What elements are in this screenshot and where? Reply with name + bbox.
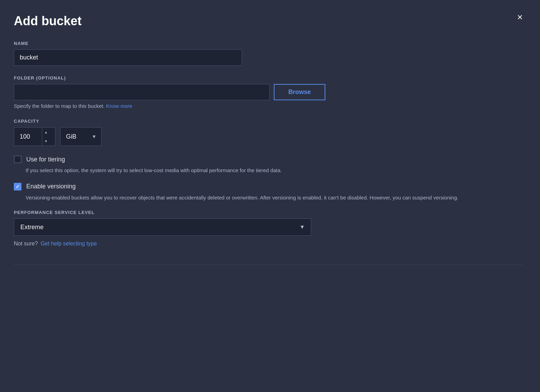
bottom-divider: [14, 264, 523, 264]
versioning-checkbox-row: Enable versioning: [14, 183, 523, 190]
name-label: NAME: [14, 41, 523, 46]
tiering-checkbox-group: Use for tiering If you select this optio…: [14, 156, 523, 175]
dialog-title: Add bucket: [14, 14, 523, 28]
name-input[interactable]: [14, 49, 242, 66]
spinner-buttons: ▲ ▼: [42, 128, 50, 146]
spinner-down-button[interactable]: ▼: [42, 137, 50, 146]
unit-select-wrapper[interactable]: GiB TiB MiB ▼: [60, 127, 102, 146]
folder-field-group: FOLDER (OPTIONAL) Browse Specify the fol…: [14, 75, 523, 109]
versioning-checkbox[interactable]: [14, 183, 21, 190]
unit-select-arrow-icon: ▼: [92, 134, 96, 139]
spinner-up-button[interactable]: ▲: [42, 128, 50, 137]
performance-dropdown-wrapper: Extreme High Standard Low ▼: [14, 218, 311, 236]
unit-select[interactable]: GiB TiB MiB: [66, 133, 86, 140]
tiering-checkbox-description: If you select this option, the system wi…: [26, 167, 523, 175]
capacity-label: CAPACITY: [14, 119, 523, 124]
add-bucket-dialog: Add bucket × NAME FOLDER (OPTIONAL) Brow…: [0, 0, 540, 392]
browse-button[interactable]: Browse: [274, 84, 325, 100]
versioning-checkbox-description: Versioning-enabled buckets allow you to …: [26, 194, 523, 202]
tiering-checkbox-row: Use for tiering: [14, 156, 523, 163]
know-more-link[interactable]: Know more: [106, 103, 132, 109]
folder-label: FOLDER (OPTIONAL): [14, 75, 523, 81]
capacity-number-wrapper: ▲ ▼: [14, 127, 55, 146]
name-field-group: NAME: [14, 41, 523, 66]
performance-select[interactable]: Extreme High Standard Low: [14, 218, 311, 236]
capacity-input[interactable]: [14, 129, 42, 144]
capacity-field-group: CAPACITY ▲ ▼ GiB TiB MiB ▼: [14, 119, 523, 146]
tiering-checkbox[interactable]: [14, 156, 21, 163]
not-sure-row: Not sure? Get help selecting type: [14, 241, 523, 247]
get-help-link[interactable]: Get help selecting type: [40, 241, 97, 247]
versioning-checkbox-group: Enable versioning Versioning-enabled buc…: [14, 183, 523, 202]
folder-input[interactable]: [14, 84, 270, 100]
folder-hint: Specify the folder to map to this bucket…: [14, 103, 523, 109]
capacity-row: ▲ ▼ GiB TiB MiB ▼: [14, 127, 523, 146]
not-sure-text: Not sure?: [14, 241, 38, 247]
close-button[interactable]: ×: [517, 12, 523, 22]
tiering-checkbox-label: Use for tiering: [26, 156, 65, 163]
performance-label: PERFORMANCE SERVICE LEVEL: [14, 210, 523, 215]
performance-field-group: PERFORMANCE SERVICE LEVEL Extreme High S…: [14, 210, 523, 247]
versioning-checkbox-label: Enable versioning: [26, 183, 76, 190]
folder-row: Browse: [14, 84, 523, 100]
